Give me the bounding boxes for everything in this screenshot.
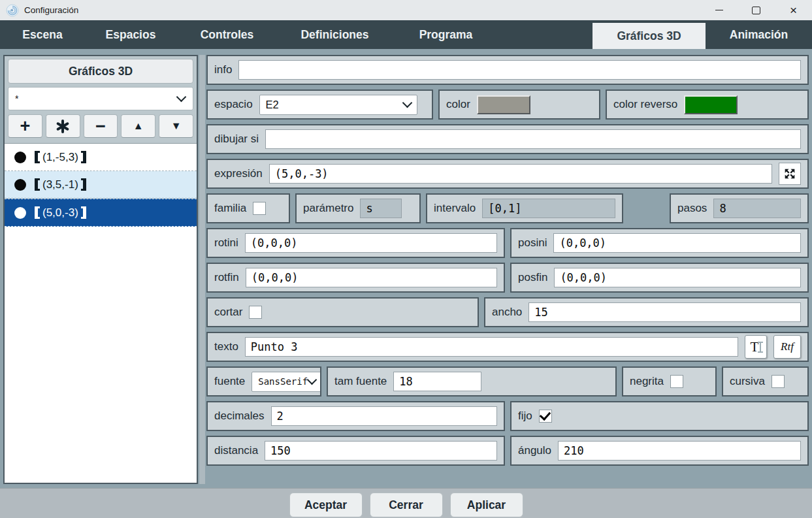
color-reverso-swatch[interactable] — [684, 95, 738, 114]
window-title: Configuración — [24, 5, 78, 15]
maximize-button[interactable] — [738, 0, 775, 20]
list-item-selected[interactable]: (5,0,-3) — [5, 199, 197, 227]
graphics-list: (1,-5,3) (3,5,-1) (5,0,-3) — [5, 143, 197, 483]
chevron-down-icon — [402, 98, 412, 108]
panel-title: Gráficos 3D — [8, 59, 193, 84]
parametro-label: parámetro — [303, 202, 353, 215]
info-label: info — [214, 63, 232, 76]
add-button[interactable]: + — [8, 114, 42, 138]
rtf-editor-button[interactable]: Rtf — [773, 335, 801, 359]
list-item-label: (3,5,-1) — [42, 178, 78, 191]
bracket-right-icon — [81, 178, 86, 191]
move-up-button[interactable]: ▲ — [121, 114, 155, 138]
tab-espacios[interactable]: Espacios — [85, 20, 176, 49]
list-item[interactable]: (3,5,-1) — [5, 171, 197, 199]
ancho-label: ancho — [492, 306, 522, 319]
dibujar-si-input[interactable] — [265, 129, 801, 149]
text-cursor-icon — [760, 342, 761, 353]
cursiva-checkbox[interactable] — [771, 375, 785, 388]
negrita-checkbox[interactable] — [670, 375, 683, 388]
texto-input[interactable] — [245, 337, 738, 357]
aceptar-button[interactable]: Aceptar — [289, 493, 363, 517]
minimize-button[interactable] — [700, 0, 738, 20]
pasos-input[interactable] — [713, 199, 801, 218]
espacio-label: espacio — [214, 98, 253, 111]
asterisk-icon — [61, 120, 64, 133]
fijo-checkbox[interactable] — [539, 410, 552, 423]
fuente-row: fuente SansSerif tam fuente negrita curs… — [206, 366, 809, 397]
point-bullet-icon — [14, 179, 26, 191]
move-down-button[interactable]: ▼ — [159, 114, 193, 138]
close-button[interactable]: × — [775, 0, 812, 20]
titlebar: Configuración × — [0, 0, 812, 20]
decimales-input[interactable] — [271, 406, 497, 426]
parametro-input[interactable] — [360, 199, 402, 218]
posfin-input[interactable] — [554, 268, 801, 287]
rotini-posini-row: rotini posini — [206, 228, 809, 258]
cortar-ancho-row: cortar ancho — [206, 297, 809, 327]
expand-editor-button[interactable] — [779, 163, 801, 185]
tab-programa[interactable]: Programa — [392, 20, 500, 49]
info-input[interactable] — [238, 60, 801, 80]
dibujar-si-row: dibujar si — [206, 124, 809, 154]
espacio-row: espacio E2 color color reverso — [206, 89, 809, 120]
tab-definiciones[interactable]: Definiciones — [278, 20, 392, 49]
dibujar-si-label: dibujar si — [214, 133, 259, 146]
decimales-label: decimales — [214, 410, 265, 423]
color-swatch[interactable] — [477, 95, 530, 114]
panel-divider — [199, 55, 205, 484]
tab-escena[interactable]: Escena — [0, 20, 85, 49]
distancia-input[interactable] — [265, 441, 497, 461]
cortar-checkbox[interactable] — [249, 306, 262, 319]
expresion-input[interactable] — [269, 164, 772, 184]
tam-fuente-input[interactable] — [393, 372, 481, 391]
rotfin-input[interactable] — [246, 268, 497, 287]
bracket-left-icon — [35, 206, 40, 219]
rotini-input[interactable] — [245, 233, 497, 253]
duplicate-button[interactable] — [46, 114, 80, 138]
info-row: info — [206, 55, 809, 85]
angulo-input[interactable] — [558, 441, 801, 461]
point-bullet-icon — [14, 152, 26, 163]
rotini-label: rotini — [214, 236, 238, 250]
filter-value: * — [15, 93, 18, 104]
configuration-window: Configuración × Escena Espacios Controle… — [0, 0, 812, 518]
graphics-list-panel: Gráficos 3D * + − ▲ ▼ (1,-5,3) (3,5,-1 — [3, 55, 198, 484]
tabbar-spacer — [500, 20, 593, 49]
filter-select[interactable]: * — [8, 87, 193, 110]
familia-checkbox[interactable] — [253, 202, 266, 215]
properties-panel: info espacio E2 color color reve — [205, 55, 809, 484]
plain-text-button[interactable]: T — [745, 335, 767, 359]
point-bullet-icon — [14, 207, 26, 219]
tab-controles[interactable]: Controles — [176, 20, 278, 49]
tab-graficos-3d[interactable]: Gráficos 3D — [593, 23, 706, 49]
texto-row: texto T Rtf — [206, 332, 809, 362]
intervalo-input[interactable] — [482, 199, 615, 218]
chevron-down-icon — [176, 92, 187, 103]
fuente-select[interactable]: SansSerif — [252, 372, 321, 392]
distancia-label: distancia — [214, 444, 258, 457]
familia-row: familia parámetro intervalo pasos — [206, 193, 809, 223]
tab-animacion[interactable]: Animación — [706, 20, 812, 49]
texto-label: texto — [214, 340, 238, 353]
remove-button[interactable]: − — [84, 114, 118, 138]
expresion-label: expresión — [214, 167, 263, 180]
expand-icon — [783, 167, 797, 181]
footer-bar: Aceptar Cerrar Aplicar — [0, 488, 812, 518]
aplicar-button[interactable]: Aplicar — [450, 493, 523, 517]
posfin-label: posfin — [518, 271, 547, 284]
tab-bar: Escena Espacios Controles Definiciones P… — [0, 20, 812, 49]
app-icon — [6, 4, 19, 17]
check-icon — [540, 409, 551, 421]
espacio-select[interactable]: E2 — [259, 95, 417, 115]
bracket-left-icon — [35, 178, 40, 191]
decimales-fijo-row: decimales fijo — [206, 401, 809, 431]
intervalo-label: intervalo — [434, 202, 476, 215]
list-item[interactable]: (1,-5,3) — [5, 144, 197, 171]
ancho-input[interactable] — [528, 302, 801, 322]
list-toolbar: + − ▲ ▼ — [8, 114, 193, 138]
cerrar-button[interactable]: Cerrar — [370, 493, 443, 517]
posini-input[interactable] — [553, 233, 801, 253]
distancia-angulo-row: distancia ángulo — [206, 436, 809, 466]
bracket-right-icon — [81, 151, 86, 163]
